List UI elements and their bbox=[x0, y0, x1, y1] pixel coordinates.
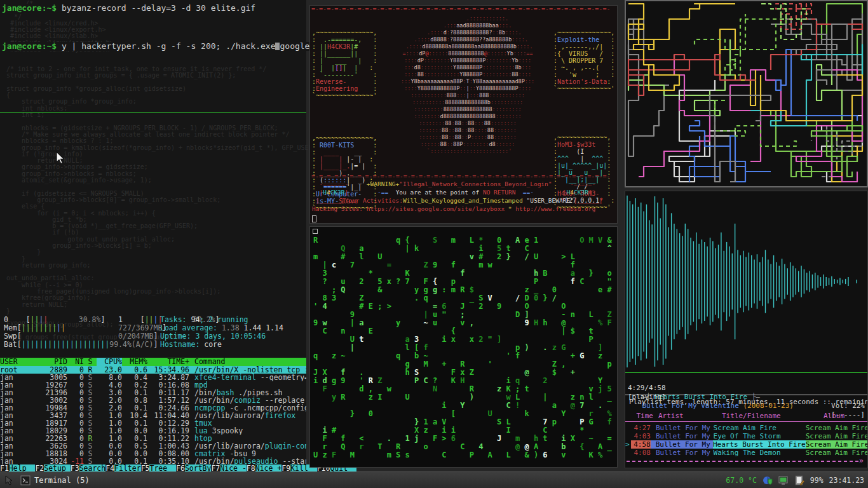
mouse-pointer bbox=[56, 151, 66, 165]
selection-marker: > bbox=[625, 440, 631, 449]
matrix-rain: R q { S m L * 0 A e 1 O M V & Q a | k i … bbox=[313, 236, 616, 459]
grab-cursor-icon bbox=[4, 475, 15, 486]
command-text: byzanz-record --delay=3 -d 30 elite.gif bbox=[62, 3, 255, 13]
clipboard-brush-icon[interactable] bbox=[794, 475, 804, 485]
banner-divider: =-=-=-=-=-=-=-=-=-=-=-=-=-=-=-=-=-=-=-=-… bbox=[310, 173, 617, 180]
selection-marker bbox=[625, 424, 631, 432]
music-player-window[interactable]: 4:29/4:58 —┤ Hearts Burst Into Fire ├— V… bbox=[625, 191, 868, 468]
visualizer-separator bbox=[625, 372, 868, 373]
playlist: 4:27Bullet For MyScream Aim FireScream A… bbox=[625, 424, 868, 457]
playlist-row[interactable]: 4:27Bullet For MyScream Aim FireScream A… bbox=[625, 424, 868, 432]
network-shield-icon[interactable] bbox=[763, 475, 773, 485]
pipes-art bbox=[626, 1, 867, 186]
banner-left-boxes: ,~~~~~~~~~~~~~~~,: .-======-, :: ||H4CK3… bbox=[310, 13, 379, 173]
selection-marker bbox=[625, 432, 631, 440]
virus-dropper-box: ,~~~~~~~~~~~~~~,:Exploit-the :: ,------,… bbox=[553, 29, 617, 92]
playlist-status: Playlist tems, length: 57 minutes, 11 se… bbox=[625, 398, 867, 407]
playlist-scroll-line bbox=[627, 461, 858, 462]
banner-cursor bbox=[312, 215, 316, 222]
battery-percentage: 99% bbox=[810, 476, 824, 485]
clock[interactable]: 23:41.23 bbox=[829, 476, 864, 485]
taskbar: Terminal (5) 67.0 °C 99% 23:41.23 bbox=[0, 471, 868, 488]
audio-visualizer bbox=[625, 191, 867, 372]
taskbar-app-button[interactable]: Terminal (5) bbox=[20, 475, 90, 485]
reverse-engineering-box: ,~~~~~~~~~~~~~~~,: .-======-, :: ||H4CK3… bbox=[312, 29, 379, 99]
playlist-header: Time Artist Title/Filename Album bbox=[625, 412, 867, 420]
selection-marker bbox=[625, 449, 631, 457]
process-row[interactable]: root28890R23.00.615:34.96/usr/bin/X -nol… bbox=[0, 366, 306, 374]
playlist-row[interactable]: 4:08Bullet For MyWaking The DemonScream … bbox=[625, 449, 868, 457]
header-time: Time bbox=[632, 412, 653, 420]
process-row[interactable]: jan199840S2.00.10:24.66ncmpcpp -c .ncmpc… bbox=[0, 404, 306, 412]
shell-prompt-1: jan@core:~$ byzanz-record --delay=3 -d 3… bbox=[2, 4, 255, 13]
ascii-skull: .:::::::::::. .:::aad8888888baa:::. .:::… bbox=[379, 13, 553, 173]
col-command[interactable]: Command bbox=[189, 358, 306, 366]
terminal-window[interactable]: /* */ #include <linux/cred.h> #include <… bbox=[0, 0, 306, 470]
process-row[interactable]: jan213960S3.00.10:11.17/bin/bash ./pipes… bbox=[0, 389, 306, 396]
hostname: Hostname: core bbox=[160, 341, 283, 349]
hacker-banner-window[interactable]: =-=-=-=-=-=-=-=-=-=-=-=-=-=-=-=-=-=-=-=-… bbox=[309, 5, 618, 224]
warning-text: -======- +WARNING+"Illegal_Network_Conne… bbox=[310, 180, 617, 213]
prompt-host: jan@core bbox=[2, 41, 42, 51]
header-underline bbox=[625, 421, 868, 422]
taskbar-app-label: Terminal (5) bbox=[34, 476, 90, 485]
prompt-host: jan@core bbox=[2, 3, 42, 13]
cmatrix-window[interactable]: R q { S m L * 0 A e 1 O M V & Q a | k i … bbox=[309, 226, 618, 468]
process-row[interactable]: jan188180S0.00.00:08.00cmatrix -bsu 9 bbox=[0, 450, 306, 458]
temperature-indicator: 67.0 °C bbox=[726, 476, 756, 485]
header-album: Album bbox=[824, 412, 867, 420]
header-artist: Artist bbox=[653, 412, 722, 420]
status-separator bbox=[625, 395, 868, 395]
process-row[interactable]: jan222630R1.00.10:11.22htop bbox=[0, 435, 306, 442]
window-icon bbox=[313, 229, 318, 234]
display-settings-icon[interactable] bbox=[778, 475, 789, 485]
hackertyper-output: /* */ #include <linux/cred.h> #include <… bbox=[3, 1, 320, 341]
banner-top-border: =-=-=-=-=-=-=-=-=-=-=-=-=-=-=-=-=-=-=-=-… bbox=[310, 6, 617, 13]
playlist-row[interactable]: 4:03Bullet For MyEye Of The StormScream … bbox=[625, 432, 868, 440]
header-title: Title/Filename bbox=[722, 412, 824, 420]
process-table-header[interactable]: USER PID NI S CPU% MEM% TIME+ Command bbox=[0, 358, 306, 366]
prompt-separator: :~$ bbox=[42, 3, 62, 13]
command-text: y | hackertyper.sh -g -f -s 200; ./hack.… bbox=[62, 41, 276, 51]
process-table: root28890R23.00.615:34.96/usr/bin/X -nol… bbox=[0, 366, 306, 465]
shell-prompt-2[interactable]: jan@core:~$ y | hackertyper.sh -g -f -s … bbox=[2, 42, 330, 51]
tmux-pane-divider bbox=[0, 112, 306, 113]
pipes-screensaver-window[interactable] bbox=[625, 0, 868, 187]
prompt-separator: :~$ bbox=[42, 41, 62, 51]
banner-right-boxes: ,~~~~~~~~~~~~~~,:Exploit-the :: ,------,… bbox=[553, 13, 617, 173]
terminal-icon bbox=[20, 475, 31, 485]
scroll-arrow-icon: » bbox=[859, 456, 864, 465]
playlist-row[interactable]: >4:58Bullet For MyHearts Burst Into Fire… bbox=[625, 440, 868, 449]
htop-summary: Tasks: 94; 2 running Load average: 1.38 … bbox=[160, 316, 283, 349]
